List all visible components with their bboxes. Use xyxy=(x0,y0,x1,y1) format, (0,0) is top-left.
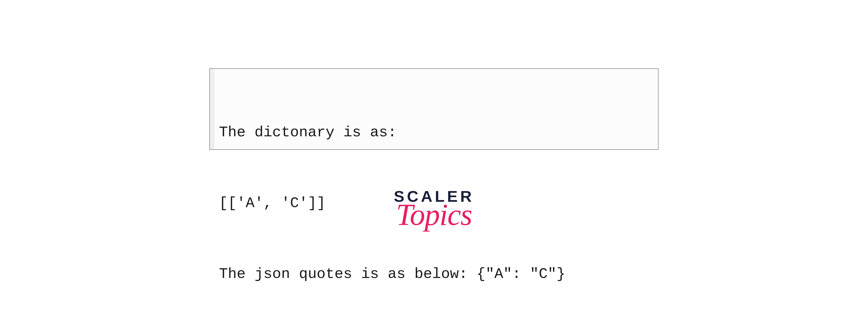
code-gutter xyxy=(210,69,214,149)
logo-sub-text: Topics xyxy=(394,202,474,228)
code-line-1: The dictonary is as: xyxy=(219,121,653,144)
code-output-box: The dictonary is as: [['A', 'C']] The js… xyxy=(209,68,658,150)
code-content: The dictonary is as: [['A', 'C']] The js… xyxy=(214,69,658,149)
code-line-3: The json quotes is as below: {"A": "C"} xyxy=(219,262,653,286)
scaler-topics-logo: SCALER Topics xyxy=(394,188,474,228)
